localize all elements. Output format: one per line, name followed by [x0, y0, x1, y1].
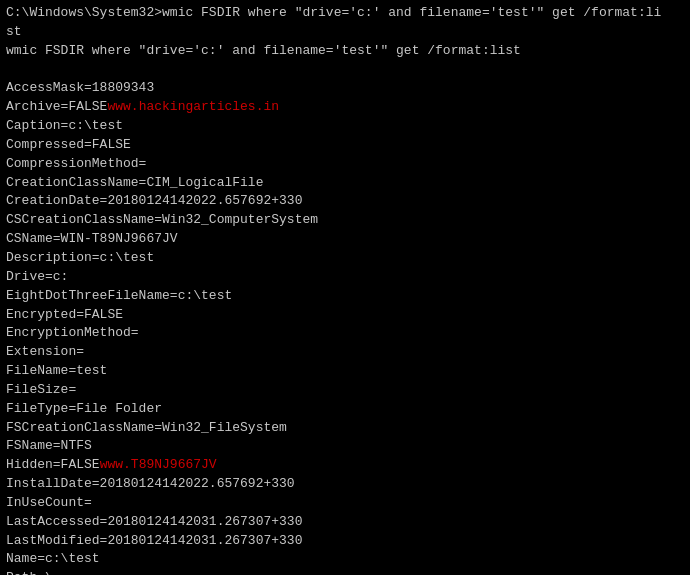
data-line-filename: FileName=test [6, 362, 684, 381]
data-line-compressed: Compressed=FALSE [6, 136, 684, 155]
data-line-fsname: FSName=NTFS [6, 437, 684, 456]
terminal-window: C:\Windows\System32>wmic FSDIR where "dr… [0, 0, 690, 575]
data-line-caption: Caption=c:\test [6, 117, 684, 136]
data-line-filetype: FileType=File Folder [6, 400, 684, 419]
data-line-creationdate: CreationDate=20180124142022.657692+330 [6, 192, 684, 211]
data-line-csname: CSName=WIN-T89NJ9667JV [6, 230, 684, 249]
data-line-encrypted: Encrypted=FALSE [6, 306, 684, 325]
data-line-extension: Extension= [6, 343, 684, 362]
data-line-csclassname: CSCreationClassName=Win32_ComputerSystem [6, 211, 684, 230]
data-line-lastaccessed: LastAccessed=20180124142031.267307+330 [6, 513, 684, 532]
data-line-accessmask: AccessMask=18809343 [6, 79, 684, 98]
data-line-fsclassname: FSCreationClassName=Win32_FileSystem [6, 419, 684, 438]
data-line-installdate: InstallDate=20180124142022.657692+330 [6, 475, 684, 494]
data-line-hidden: Hidden=FALSEwww.T89NJ9667JV [6, 456, 684, 475]
data-line-compressionmethod: CompressionMethod= [6, 155, 684, 174]
command-line: wmic FSDIR where "drive='c:' and filenam… [6, 42, 684, 61]
data-line-encryptionmethod: EncryptionMethod= [6, 324, 684, 343]
data-line-creationclassname: CreationClassName=CIM_LogicalFile [6, 174, 684, 193]
data-line-path: Path=\ [6, 569, 684, 575]
data-line-name: Name=c:\test [6, 550, 684, 569]
prompt-line: C:\Windows\System32>wmic FSDIR where "dr… [6, 4, 684, 42]
empty-line-1 [6, 61, 684, 80]
data-line-filesize: FileSize= [6, 381, 684, 400]
data-line-description: Description=c:\test [6, 249, 684, 268]
data-line-archive: Archive=FALSEwww.hackingarticles.in [6, 98, 684, 117]
data-line-eightdot: EightDotThreeFileName=c:\test [6, 287, 684, 306]
data-line-inusecount: InUseCount= [6, 494, 684, 513]
data-line-lastmodified: LastModified=20180124142031.267307+330 [6, 532, 684, 551]
data-line-drive: Drive=c: [6, 268, 684, 287]
